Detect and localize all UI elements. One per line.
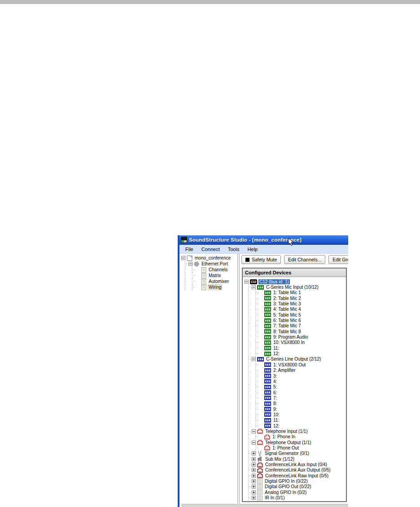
collapse-toggle[interactable] (252, 357, 256, 361)
tree-guide (245, 406, 252, 412)
device-tree-row[interactable]: 8: Table Mic 8 (243, 329, 346, 334)
device-tree-row[interactable]: 3: (243, 373, 346, 379)
tree-guide (252, 323, 259, 329)
device-tree-row[interactable]: 9: Program Audio (243, 334, 346, 339)
device-tree-row[interactable]: 10: (243, 412, 346, 417)
device-tree-row[interactable]: ConferenceLink Aux Input (0/4) (243, 462, 346, 467)
tree-guide (252, 373, 259, 379)
tree-label: 4: Table Mic 4 (272, 307, 302, 312)
device-tree-row[interactable]: 7: (243, 395, 346, 401)
mic-input-icon (264, 329, 271, 334)
collapse-toggle[interactable] (252, 441, 256, 445)
tree-label: C-Series Line Output (2/12) (265, 357, 322, 362)
collapse-toggle[interactable] (245, 280, 249, 284)
device-tree-row[interactable]: 11: (243, 418, 346, 423)
app-window: SoundStructure Studio - [mono_conference… (178, 235, 348, 507)
project-tree-row[interactable]: Automixer (179, 278, 237, 284)
device-tree-row[interactable]: C-Series Mic Input (10/12) (243, 284, 346, 290)
device-tree-row[interactable]: 9: (243, 406, 346, 412)
device-tree-row[interactable]: 4: (243, 379, 346, 384)
device-tree-row[interactable]: 2: Amplifier (243, 368, 346, 373)
device-tree-row[interactable]: 10: VSX8000 In (243, 340, 346, 345)
device-tree-row[interactable]: Telephone Output (1/1) (243, 440, 346, 445)
device-tree-row[interactable]: Digital GPIO Out (0/22) (243, 484, 346, 489)
device-tree-row[interactable]: Signal Generator (0/1) (243, 451, 346, 456)
expand-toggle[interactable] (252, 463, 256, 467)
device-tree-row[interactable]: 1: Phone In (243, 434, 346, 440)
edit-channels-button[interactable]: Edit Channels... (284, 255, 325, 264)
device-tree-row[interactable]: C-Series Line Output (2/12) (243, 357, 346, 362)
mic-input-icon (264, 324, 271, 328)
mic-input-icon (264, 352, 271, 356)
titlebar[interactable]: SoundStructure Studio - [mono_conference… (179, 235, 348, 245)
tree-guide (252, 445, 259, 450)
tree-label: 12: (272, 351, 280, 356)
menu-file[interactable]: File (181, 246, 197, 253)
tree-guide (245, 301, 252, 306)
device-tree-row[interactable]: 1: VSX8000 Out (243, 362, 346, 367)
page-icon (201, 279, 206, 284)
device-tree-row[interactable]: 5: Table Mic 5 (243, 312, 346, 317)
tree-guide (252, 390, 259, 395)
expand-toggle[interactable] (252, 485, 256, 489)
device-tree-row[interactable]: 7: Table Mic 7 (243, 323, 346, 329)
tree-guide (245, 473, 252, 478)
device-tree-row[interactable]: Analog GPIO In (0/2) (243, 489, 346, 495)
menu-tools[interactable]: Tools (224, 246, 244, 253)
tree-label: 10: (272, 412, 280, 417)
menu-connect[interactable]: Connect (197, 246, 224, 253)
expand-toggle[interactable] (252, 490, 256, 494)
device-tree-row[interactable]: 3: Table Mic 3 (243, 301, 346, 306)
project-tree-row[interactable]: Channels (179, 267, 237, 273)
device-tree-row[interactable]: 8: (243, 401, 346, 406)
collapse-toggle[interactable] (252, 285, 256, 289)
device-tree-row[interactable]: Sub Mix (1/12) (243, 456, 346, 462)
device-tree-row[interactable]: 4: Table Mic 4 (243, 307, 346, 312)
device-tree-row[interactable]: 1: Phone Out (243, 445, 346, 450)
expand-toggle[interactable] (252, 457, 256, 461)
expand-toggle[interactable] (252, 468, 256, 472)
tree-guide (252, 423, 259, 428)
gpio-icon (257, 489, 262, 495)
expand-toggle[interactable] (252, 479, 256, 483)
menu-help[interactable]: Help (243, 246, 262, 253)
tree-guide (181, 261, 188, 267)
device-tree-row[interactable]: ConferenceLink Aux Output (0/5) (243, 467, 346, 473)
collapse-toggle[interactable] (252, 429, 256, 433)
collapse-toggle[interactable] (188, 262, 192, 266)
project-tree-row[interactable]: Wiring (179, 284, 237, 290)
expand-toggle[interactable] (252, 496, 256, 500)
device-tree-row[interactable]: IR In (0/1) (243, 495, 346, 500)
safety-mute-button[interactable]: Safety Mute (241, 255, 281, 264)
tree-guide (252, 290, 259, 295)
device-tree-row[interactable]: Digital GPIO In (0/22) (243, 478, 346, 484)
device-tree-row[interactable]: 6: (243, 390, 346, 395)
tree-guide (245, 395, 252, 401)
tree-label: Channels (208, 267, 228, 272)
line-output-icon (264, 418, 271, 423)
collapse-toggle[interactable] (181, 256, 185, 260)
device-tree-row[interactable]: 11: (243, 345, 346, 351)
device-tree-row[interactable]: 1: Table Mic 1 (243, 290, 346, 295)
device-tree-row[interactable]: 12: (243, 423, 346, 428)
mouse-cursor (288, 238, 294, 246)
device-tree-row[interactable]: 5: (243, 384, 346, 390)
tree-label: Automixer (208, 279, 230, 284)
device-tree-row[interactable]: Telephone Input (1/1) (243, 428, 346, 434)
project-tree-row[interactable]: Matrix (179, 273, 237, 278)
project-tree-row[interactable]: Ethernet Port (179, 261, 237, 267)
mic-input-icon (264, 307, 271, 312)
device-tree-row[interactable]: 6: Table Mic 6 (243, 317, 346, 323)
edit-groups-button[interactable]: Edit Groups... (328, 255, 348, 264)
project-tree-row[interactable]: mono_conference (179, 255, 237, 261)
tree-guide (245, 317, 252, 323)
expand-toggle[interactable] (252, 474, 256, 478)
device-tree-row[interactable]: 2: Table Mic 2 (243, 295, 346, 301)
device-tree-row[interactable]: 12: (243, 351, 346, 356)
tree-guide (245, 373, 252, 379)
expand-toggle[interactable] (252, 451, 256, 455)
telephone-icon (264, 434, 270, 440)
tree-guide (245, 390, 252, 395)
device-tree-row[interactable]: C12C12 (bus id: 1) (243, 279, 346, 284)
device-tree-row[interactable]: ConferenceLink Raw Input (0/5) (243, 473, 346, 478)
